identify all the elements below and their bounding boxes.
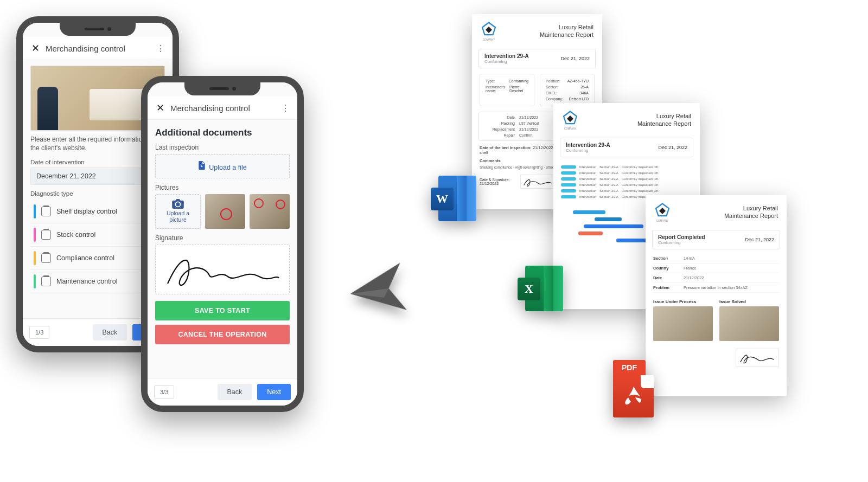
wizard-footer: 3/3 Back Next bbox=[148, 378, 297, 406]
calendar-icon bbox=[41, 207, 51, 216]
picture-thumb-2[interactable] bbox=[250, 194, 290, 229]
signature-final bbox=[736, 349, 779, 367]
back-button[interactable]: Back bbox=[218, 384, 252, 400]
signature-label: Signature bbox=[155, 234, 290, 242]
report-title: Luxury RetailMaintenance Report bbox=[540, 24, 593, 39]
page-indicator: 3/3 bbox=[154, 385, 174, 399]
upload-file-dropzone[interactable]: Upload a file bbox=[155, 154, 290, 178]
word-icon: W bbox=[438, 176, 476, 221]
calendar-icon bbox=[41, 230, 51, 240]
back-button[interactable]: Back bbox=[93, 324, 127, 340]
pdf-icon: PDF bbox=[613, 360, 663, 417]
company-logo-icon bbox=[481, 22, 497, 38]
report-title: Luxury RetailMaintenance Report bbox=[724, 205, 778, 220]
signature-pad[interactable] bbox=[155, 245, 290, 294]
phone-mockup-2: ✕ Merchandising control ⋮ Additional doc… bbox=[141, 76, 304, 412]
pictures-row: Upload a picture bbox=[155, 194, 290, 229]
app-bar: ✕ Merchandising control ⋮ bbox=[23, 37, 173, 60]
send-arrow-icon bbox=[343, 256, 411, 326]
calendar-icon bbox=[41, 253, 51, 263]
adobe-glyph-icon bbox=[623, 384, 644, 408]
phone-notch bbox=[184, 81, 260, 95]
signature-mini bbox=[520, 175, 558, 189]
company-logo-icon bbox=[654, 203, 671, 219]
company-logo-icon bbox=[562, 111, 578, 127]
app-bar: ✕ Merchandising control ⋮ bbox=[148, 97, 297, 120]
excel-icon: X bbox=[525, 266, 563, 311]
section-heading: Additional documents bbox=[155, 127, 290, 138]
signature-stroke bbox=[160, 249, 285, 291]
screen-title: Merchandising control bbox=[41, 44, 155, 53]
report-title: Luxury RetailMaintenance Report bbox=[637, 113, 691, 128]
picture-thumb-1[interactable] bbox=[205, 194, 245, 229]
file-upload-icon bbox=[198, 161, 206, 171]
kebab-menu-icon[interactable]: ⋮ bbox=[155, 43, 166, 54]
close-icon[interactable]: ✕ bbox=[29, 42, 41, 54]
save-button[interactable]: SAVE TO START bbox=[155, 301, 290, 320]
phone-notch bbox=[60, 22, 136, 36]
camera-icon bbox=[172, 199, 184, 209]
upload-picture-button[interactable]: Upload a picture bbox=[155, 194, 201, 229]
next-button[interactable]: Next bbox=[257, 384, 291, 400]
report-page-3: COMPANY Luxury RetailMaintenance Report … bbox=[646, 195, 787, 396]
cancel-button[interactable]: CANCEL THE OPERATION bbox=[155, 325, 290, 344]
pictures-label: Pictures bbox=[155, 184, 290, 191]
intervention-card: Intervention 29-AConformingDec 21, 2022 bbox=[478, 49, 596, 68]
page-indicator: 1/3 bbox=[29, 326, 49, 339]
kebab-menu-icon[interactable]: ⋮ bbox=[280, 103, 291, 113]
screen-title: Merchandising control bbox=[166, 104, 280, 113]
calendar-icon bbox=[41, 277, 51, 286]
last-inspection-label: Last inspection bbox=[155, 144, 290, 151]
issue-photos bbox=[646, 306, 787, 341]
close-icon[interactable]: ✕ bbox=[154, 102, 166, 114]
